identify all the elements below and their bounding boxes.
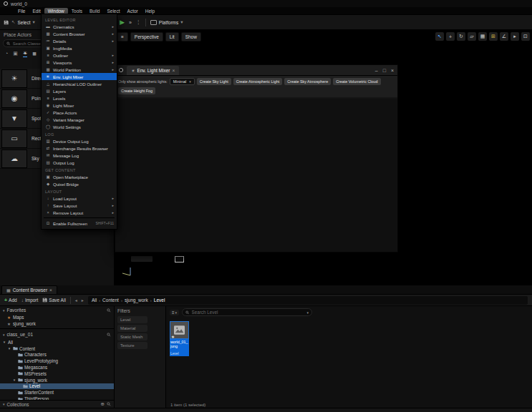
history-back-icon[interactable]: ◂ (75, 298, 77, 303)
menu-help[interactable]: Help (142, 8, 158, 14)
favorite-sjung-work[interactable]: ★sjung_work (0, 320, 114, 327)
menu-item-variant-manager[interactable]: ◇Variant Manager (42, 116, 117, 123)
skip-ahead-button[interactable]: » (129, 20, 132, 25)
close-tab-icon[interactable]: × (173, 68, 175, 73)
folder-all[interactable]: ▾All (0, 339, 114, 345)
env-light-mixer-titlebar[interactable]: ☀ Env. Light Mixer × – □ × (115, 65, 397, 76)
history-forward-icon[interactable]: ▸ (82, 298, 84, 303)
menu-item-light-mixer[interactable]: ◉Light Mixer (42, 102, 117, 109)
viewport-show-button[interactable]: Show (181, 32, 201, 41)
folder-levelprototyping[interactable]: LevelPrototyping (0, 358, 114, 364)
folder-sjung-work[interactable]: ▾sjung_work (0, 377, 114, 383)
grid-snap-icon[interactable]: ⊞ (489, 32, 498, 41)
filter-material[interactable]: Material (117, 325, 147, 332)
menu-item-device-output-log[interactable]: ▥Device Output Log (42, 137, 117, 144)
menu-item-message-log[interactable]: ✉Message Log (42, 152, 117, 159)
shapes-category-icon[interactable]: ◼ (32, 51, 37, 57)
maximize-icon[interactable]: □ (383, 68, 386, 73)
filter-level[interactable]: Level (117, 316, 147, 323)
breadcrumb-content[interactable]: Content (102, 298, 119, 303)
rotate-tool-icon[interactable]: ↻ (457, 32, 465, 41)
menu-item-cinematics[interactable]: ▬Cinematics▸ (42, 23, 117, 30)
asset-search[interactable]: ▾ (182, 308, 312, 316)
filter-static-mesh[interactable]: Static Mesh (117, 333, 147, 340)
viewport-bottom-widget[interactable] (131, 256, 153, 262)
create-atmospheric-light-button[interactable]: Create Atmospheric Light (233, 78, 283, 85)
folder-level[interactable]: Level (0, 383, 114, 390)
env-light-mixer-tab[interactable]: ☀ Env. Light Mixer × (127, 66, 179, 75)
menu-item-layers[interactable]: ▤Layers (42, 87, 117, 94)
create-sky-light-button[interactable]: Create Sky Light (197, 78, 231, 85)
viewport-options-button[interactable]: ≡ (117, 32, 128, 41)
favorites-header[interactable]: ▾ Favorites (0, 306, 114, 314)
folder-startercontent[interactable]: StarterContent (0, 389, 114, 396)
search-icon[interactable] (107, 402, 111, 406)
menu-item-open-marketplace[interactable]: ▣Open Marketplace (42, 173, 117, 180)
favorite-maps[interactable]: ★Maps (0, 314, 114, 320)
select-tool-icon[interactable]: ↖ (435, 32, 444, 41)
minimize-icon[interactable]: – (375, 68, 378, 73)
platforms-dropdown[interactable]: Platforms ▾ (150, 19, 183, 25)
menu-item-save-layout[interactable]: ↑Save Layout▸ (42, 202, 117, 209)
search-level-input[interactable] (192, 310, 305, 315)
menu-item-details[interactable]: ≔Details▸ (42, 37, 117, 44)
import-button[interactable]: ↓ Import (21, 298, 39, 303)
search-icon[interactable] (107, 333, 111, 337)
add-collection-icon[interactable]: ⊕ (101, 401, 105, 407)
play-options-icon[interactable]: ⋮ (136, 19, 141, 25)
menu-item-place-actors[interactable]: ✓Place Actors (42, 109, 117, 116)
collections-bar[interactable]: ▾ Collections ⊕ (0, 400, 114, 408)
menu-actor[interactable]: Actor (124, 8, 142, 14)
menu-item-env-light-mixer[interactable]: ☀Env. Light Mixer (42, 73, 117, 80)
add-button[interactable]: + Add (4, 298, 17, 303)
menu-item-content-browser[interactable]: ▦Content Browser▸ (42, 30, 117, 37)
create-height-fog-button[interactable]: Create Height Fog (118, 87, 155, 94)
menu-item-output-log[interactable]: ▤Output Log (42, 159, 117, 166)
menu-item-load-layout[interactable]: ↓Load Layout▸ (42, 195, 117, 202)
content-browser-tab[interactable]: ▦ Content Browser × (1, 285, 57, 294)
saved-search-caret-icon[interactable]: ▾ (307, 310, 309, 315)
asset-world-01-jung[interactable]: ∗world_01_jungLevel (170, 321, 189, 356)
move-tool-icon[interactable]: + (446, 32, 455, 41)
filter-texture[interactable]: Texture (117, 342, 147, 349)
project-sources-header[interactable]: ▾ class_ue_01 (0, 330, 114, 338)
menu-item-viewports[interactable]: ⊞Viewports▸ (42, 59, 117, 66)
menu-file[interactable]: File (14, 8, 29, 14)
editor-mode-dropdown[interactable]: ↖ Select ▾ (11, 19, 35, 25)
close-icon[interactable]: × (391, 68, 394, 73)
save-button[interactable] (4, 20, 9, 25)
menu-item-world-partition[interactable]: ▦World Partition▸ (42, 66, 117, 73)
folder-mspresets[interactable]: MSPresets (0, 371, 114, 377)
breadcrumb-all[interactable]: All (92, 298, 97, 303)
search-icon[interactable] (107, 308, 111, 313)
viewport-perspective-button[interactable]: Perspective (130, 32, 163, 41)
selected-actor-sprite[interactable] (175, 256, 184, 263)
menu-item-outliner[interactable]: ≡Outliner▸ (42, 52, 117, 59)
lights-category-icon[interactable]: ☀ (23, 51, 27, 57)
filter-dropdown-button[interactable]: ≡ ▾ (170, 310, 179, 315)
menu-item-imgmedia[interactable]: ▣ImgMedia (42, 44, 117, 52)
play-button[interactable]: ▶ (120, 19, 125, 26)
save-all-button[interactable]: Save All (42, 298, 66, 303)
create-volumetric-cloud-button[interactable]: Create Volumetric Cloud (333, 78, 380, 85)
breadcrumb-sjung-work[interactable]: sjung_work (125, 298, 148, 303)
surface-snap-icon[interactable]: ▦ (478, 32, 487, 41)
menu-item-hierarchical-lod-outliner[interactable]: △Hierarchical LOD Outliner (42, 80, 117, 87)
detail-mode-dropdown[interactable]: Minimal ▾ (170, 78, 195, 85)
folder-characters[interactable]: Characters (0, 352, 114, 358)
menu-item-enable-fullscreen[interactable]: ⊡Enable FullscreenSHIFT+F11 (42, 220, 117, 227)
menu-item-levels[interactable]: ≡Levels (42, 94, 117, 102)
recently-placed-category-icon[interactable]: ◔ (5, 51, 8, 57)
menu-item-quixel-bridge[interactable]: ◆Quixel Bridge (42, 180, 117, 187)
close-tab-icon[interactable]: × (49, 288, 52, 293)
maximize-viewport-icon[interactable]: ⊡ (521, 32, 530, 41)
basic-category-icon[interactable]: ▣ (13, 51, 18, 57)
scale-tool-icon[interactable]: ▱ (468, 32, 476, 41)
camera-speed-icon[interactable]: ▸ (511, 32, 519, 41)
viewport-lit-button[interactable]: Lit (165, 32, 179, 41)
rotation-snap-icon[interactable]: ∠ (500, 32, 508, 41)
create-sky-atmosphere-button[interactable]: Create Sky Atmosphere (284, 78, 331, 85)
menu-item-remove-layout[interactable]: ×Remove Layout▸ (42, 209, 117, 216)
menu-item-world-settings[interactable]: ◯World Settings (42, 123, 117, 130)
folder-megascans[interactable]: Megascans (0, 364, 114, 371)
